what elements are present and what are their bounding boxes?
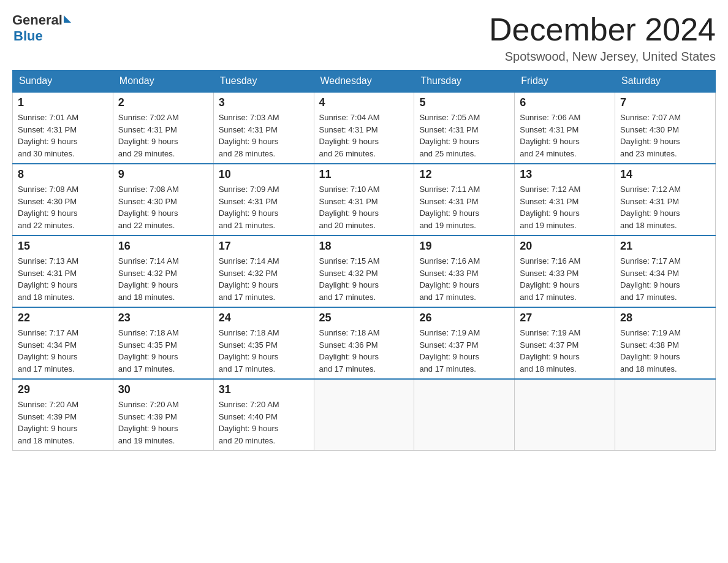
calendar-cell <box>515 379 615 451</box>
calendar-cell: 12Sunrise: 7:11 AMSunset: 4:31 PMDayligh… <box>414 164 515 236</box>
day-number: 18 <box>319 240 409 253</box>
page-header: General Blue December 2024 Spotswood, Ne… <box>12 12 716 64</box>
day-info: Sunrise: 7:05 AMSunset: 4:31 PMDaylight:… <box>419 112 509 159</box>
day-info: Sunrise: 7:16 AMSunset: 4:33 PMDaylight:… <box>419 255 509 303</box>
logo-blue-text: Blue <box>12 28 43 44</box>
week-row-5: 29Sunrise: 7:20 AMSunset: 4:39 PMDayligh… <box>13 379 716 451</box>
logo: General Blue <box>12 12 71 44</box>
day-number: 26 <box>419 312 509 324</box>
calendar-cell: 11Sunrise: 7:10 AMSunset: 4:31 PMDayligh… <box>314 164 414 236</box>
day-info: Sunrise: 7:08 AMSunset: 4:30 PMDaylight:… <box>18 183 108 231</box>
week-row-3: 15Sunrise: 7:13 AMSunset: 4:31 PMDayligh… <box>13 236 716 307</box>
title-section: December 2024 Spotswood, New Jersey, Uni… <box>489 12 716 64</box>
day-info: Sunrise: 7:15 AMSunset: 4:32 PMDaylight:… <box>319 255 409 303</box>
calendar-cell <box>314 379 414 451</box>
calendar-cell: 5Sunrise: 7:05 AMSunset: 4:31 PMDaylight… <box>414 92 515 164</box>
calendar-cell: 10Sunrise: 7:09 AMSunset: 4:31 PMDayligh… <box>213 164 314 236</box>
day-number: 19 <box>419 240 509 253</box>
day-info: Sunrise: 7:14 AMSunset: 4:32 PMDaylight:… <box>219 255 309 303</box>
day-number: 21 <box>620 240 710 253</box>
day-info: Sunrise: 7:17 AMSunset: 4:34 PMDaylight:… <box>18 327 108 375</box>
day-number: 2 <box>118 96 208 109</box>
day-info: Sunrise: 7:19 AMSunset: 4:38 PMDaylight:… <box>620 327 710 375</box>
day-number: 13 <box>520 168 610 181</box>
weekday-header-friday: Friday <box>515 71 615 93</box>
day-number: 3 <box>219 96 309 109</box>
day-number: 22 <box>18 312 108 324</box>
calendar-cell: 6Sunrise: 7:06 AMSunset: 4:31 PMDaylight… <box>515 92 615 164</box>
day-info: Sunrise: 7:02 AMSunset: 4:31 PMDaylight:… <box>118 112 208 159</box>
weekday-header-tuesday: Tuesday <box>213 71 314 93</box>
day-info: Sunrise: 7:08 AMSunset: 4:30 PMDaylight:… <box>118 183 208 231</box>
day-number: 28 <box>620 312 710 324</box>
day-info: Sunrise: 7:18 AMSunset: 4:36 PMDaylight:… <box>319 327 409 375</box>
day-number: 30 <box>118 383 208 396</box>
week-row-4: 22Sunrise: 7:17 AMSunset: 4:34 PMDayligh… <box>13 307 716 379</box>
weekday-header-monday: Monday <box>113 71 213 93</box>
day-info: Sunrise: 7:07 AMSunset: 4:30 PMDaylight:… <box>620 112 710 159</box>
day-info: Sunrise: 7:09 AMSunset: 4:31 PMDaylight:… <box>219 183 309 231</box>
calendar-cell: 8Sunrise: 7:08 AMSunset: 4:30 PMDaylight… <box>13 164 113 236</box>
calendar-cell: 20Sunrise: 7:16 AMSunset: 4:33 PMDayligh… <box>515 236 615 307</box>
day-number: 11 <box>319 168 409 181</box>
day-info: Sunrise: 7:10 AMSunset: 4:31 PMDaylight:… <box>319 183 409 231</box>
day-number: 24 <box>219 312 309 324</box>
day-info: Sunrise: 7:18 AMSunset: 4:35 PMDaylight:… <box>219 327 309 375</box>
weekday-header-row: SundayMondayTuesdayWednesdayThursdayFrid… <box>13 71 716 93</box>
logo-general-text: General <box>12 12 63 28</box>
month-title: December 2024 <box>489 12 716 47</box>
day-info: Sunrise: 7:11 AMSunset: 4:31 PMDaylight:… <box>419 183 509 231</box>
day-info: Sunrise: 7:19 AMSunset: 4:37 PMDaylight:… <box>419 327 509 375</box>
calendar-cell: 28Sunrise: 7:19 AMSunset: 4:38 PMDayligh… <box>615 307 716 379</box>
day-info: Sunrise: 7:01 AMSunset: 4:31 PMDaylight:… <box>18 112 108 159</box>
calendar-cell <box>615 379 716 451</box>
day-number: 15 <box>18 240 108 253</box>
logo-triangle-icon <box>64 15 71 23</box>
day-number: 6 <box>520 96 610 109</box>
calendar-cell: 4Sunrise: 7:04 AMSunset: 4:31 PMDaylight… <box>314 92 414 164</box>
calendar-cell: 16Sunrise: 7:14 AMSunset: 4:32 PMDayligh… <box>113 236 213 307</box>
day-number: 27 <box>520 312 610 324</box>
calendar-cell: 7Sunrise: 7:07 AMSunset: 4:30 PMDaylight… <box>615 92 716 164</box>
weekday-header-wednesday: Wednesday <box>314 71 414 93</box>
day-number: 29 <box>18 383 108 396</box>
weekday-header-sunday: Sunday <box>13 71 113 93</box>
day-number: 7 <box>620 96 710 109</box>
day-number: 5 <box>419 96 509 109</box>
day-info: Sunrise: 7:19 AMSunset: 4:37 PMDaylight:… <box>520 327 610 375</box>
day-number: 23 <box>118 312 208 324</box>
day-info: Sunrise: 7:20 AMSunset: 4:40 PMDaylight:… <box>219 399 309 446</box>
calendar-cell: 23Sunrise: 7:18 AMSunset: 4:35 PMDayligh… <box>113 307 213 379</box>
day-info: Sunrise: 7:20 AMSunset: 4:39 PMDaylight:… <box>118 399 208 446</box>
calendar-cell: 2Sunrise: 7:02 AMSunset: 4:31 PMDaylight… <box>113 92 213 164</box>
day-number: 25 <box>319 312 409 324</box>
calendar-cell: 1Sunrise: 7:01 AMSunset: 4:31 PMDaylight… <box>13 92 113 164</box>
weekday-header-saturday: Saturday <box>615 71 716 93</box>
day-number: 1 <box>18 96 108 109</box>
day-info: Sunrise: 7:03 AMSunset: 4:31 PMDaylight:… <box>219 112 309 159</box>
day-info: Sunrise: 7:16 AMSunset: 4:33 PMDaylight:… <box>520 255 610 303</box>
day-info: Sunrise: 7:14 AMSunset: 4:32 PMDaylight:… <box>118 255 208 303</box>
week-row-1: 1Sunrise: 7:01 AMSunset: 4:31 PMDaylight… <box>13 92 716 164</box>
day-info: Sunrise: 7:12 AMSunset: 4:31 PMDaylight:… <box>620 183 710 231</box>
day-number: 10 <box>219 168 309 181</box>
calendar-cell: 26Sunrise: 7:19 AMSunset: 4:37 PMDayligh… <box>414 307 515 379</box>
day-number: 20 <box>520 240 610 253</box>
calendar-cell: 30Sunrise: 7:20 AMSunset: 4:39 PMDayligh… <box>113 379 213 451</box>
day-info: Sunrise: 7:12 AMSunset: 4:31 PMDaylight:… <box>520 183 610 231</box>
calendar-table: SundayMondayTuesdayWednesdayThursdayFrid… <box>12 70 716 451</box>
calendar-cell: 14Sunrise: 7:12 AMSunset: 4:31 PMDayligh… <box>615 164 716 236</box>
calendar-cell: 24Sunrise: 7:18 AMSunset: 4:35 PMDayligh… <box>213 307 314 379</box>
calendar-cell <box>414 379 515 451</box>
day-number: 17 <box>219 240 309 253</box>
day-info: Sunrise: 7:06 AMSunset: 4:31 PMDaylight:… <box>520 112 610 159</box>
calendar-cell: 29Sunrise: 7:20 AMSunset: 4:39 PMDayligh… <box>13 379 113 451</box>
calendar-cell: 15Sunrise: 7:13 AMSunset: 4:31 PMDayligh… <box>13 236 113 307</box>
day-info: Sunrise: 7:04 AMSunset: 4:31 PMDaylight:… <box>319 112 409 159</box>
calendar-cell: 18Sunrise: 7:15 AMSunset: 4:32 PMDayligh… <box>314 236 414 307</box>
day-number: 4 <box>319 96 409 109</box>
calendar-cell: 9Sunrise: 7:08 AMSunset: 4:30 PMDaylight… <box>113 164 213 236</box>
calendar-cell: 17Sunrise: 7:14 AMSunset: 4:32 PMDayligh… <box>213 236 314 307</box>
day-number: 16 <box>118 240 208 253</box>
calendar-cell: 27Sunrise: 7:19 AMSunset: 4:37 PMDayligh… <box>515 307 615 379</box>
